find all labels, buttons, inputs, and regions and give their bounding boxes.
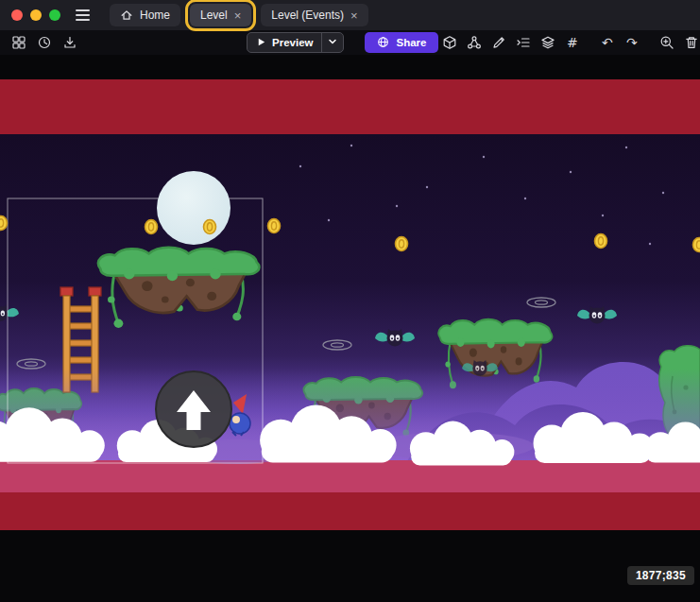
close-icon[interactable]: × (234, 9, 242, 22)
toolbar: Preview Share (0, 30, 700, 55)
history-icon[interactable] (33, 32, 55, 53)
tab-level[interactable]: Level × (190, 4, 251, 26)
toolbar-right-group: # ↶ ↷ (438, 32, 700, 53)
instances-list-icon[interactable] (512, 32, 534, 53)
play-icon (256, 37, 266, 49)
ground-strip[interactable] (0, 460, 700, 492)
tab-home[interactable]: Home (110, 4, 180, 26)
zoom-in-icon[interactable] (656, 32, 677, 53)
tab-label: Level (Events) (271, 9, 344, 22)
coin[interactable] (145, 220, 158, 234)
zoom-window-button[interactable] (49, 9, 60, 21)
draw-pencil-icon[interactable] (487, 32, 509, 53)
top-wall[interactable] (0, 79, 700, 134)
home-icon (120, 9, 133, 22)
menu-icon[interactable] (76, 7, 93, 24)
tab-label: Home (140, 9, 170, 22)
coin[interactable] (268, 219, 281, 233)
tab-label: Level (200, 9, 228, 22)
coin[interactable] (204, 220, 216, 234)
undo-icon[interactable]: ↶ (596, 32, 618, 53)
chevron-down-icon (328, 37, 337, 48)
toolbar-left-group (8, 32, 80, 53)
preview-options-button[interactable] (322, 33, 343, 52)
grid-icon[interactable]: # (561, 32, 583, 53)
coin[interactable] (0, 216, 8, 231)
tab-level-events[interactable]: Level (Events) × (261, 4, 367, 26)
minimize-window-button[interactable] (30, 9, 42, 21)
window-controls (11, 9, 60, 21)
moon[interactable] (157, 171, 230, 245)
jump-button[interactable] (156, 371, 231, 447)
titlebar: Home Level × Level (Events) × (0, 0, 700, 30)
close-window-button[interactable] (11, 9, 23, 21)
share-button[interactable]: Share (365, 32, 438, 53)
close-icon[interactable]: × (350, 9, 358, 22)
globe-icon (377, 36, 389, 50)
delete-icon[interactable] (680, 32, 700, 53)
tab-bar: Home Level × Level (Events) × (110, 4, 368, 26)
share-label: Share (396, 37, 426, 48)
object-groups-icon[interactable] (463, 32, 485, 53)
layers-icon[interactable] (537, 32, 558, 53)
preview-button[interactable]: Preview (247, 32, 344, 53)
coin[interactable] (396, 237, 408, 251)
save-icon[interactable] (59, 32, 80, 53)
scene-svg[interactable] (0, 55, 700, 602)
objects-cube-icon[interactable] (438, 32, 460, 53)
cursor-coordinates: 1877;835 (627, 566, 694, 585)
project-panels-icon[interactable] (8, 32, 29, 53)
redo-icon[interactable]: ↷ (621, 32, 642, 53)
bottom-wall[interactable] (0, 492, 700, 530)
scene-editor-canvas[interactable]: 1877;835 (0, 55, 700, 602)
coin[interactable] (693, 238, 700, 252)
coin[interactable] (595, 234, 607, 249)
preview-label: Preview (272, 37, 313, 48)
